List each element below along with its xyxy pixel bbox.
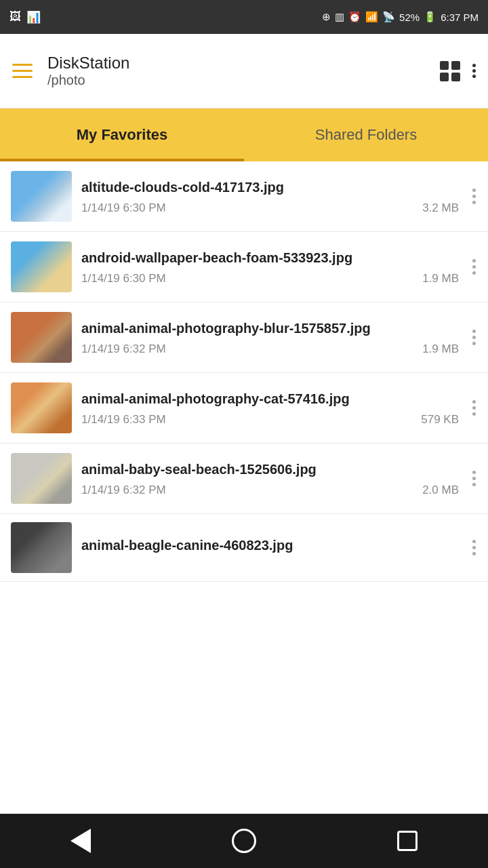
file-info: animal-animal-photography-blur-1575857.j…: [81, 319, 459, 356]
back-button[interactable]: [70, 829, 91, 853]
file-thumbnail: [11, 522, 72, 573]
file-info: animal-baby-seal-beach-1525606.jpg 1/14/…: [81, 460, 459, 497]
file-date: 1/14/19 6:32 PM: [81, 484, 166, 497]
file-thumbnail: [11, 171, 72, 222]
more-options-button[interactable]: [472, 64, 476, 78]
tab-shared-folders[interactable]: Shared Folders: [244, 108, 488, 161]
file-info: altitude-clouds-cold-417173.jpg 1/14/19 …: [81, 178, 459, 215]
file-meta: 1/14/19 6:33 PM 579 KB: [81, 413, 459, 427]
file-info: android-wallpaper-beach-foam-533923.jpg …: [81, 249, 459, 285]
file-menu-button[interactable]: [468, 186, 480, 207]
bottom-nav: [0, 814, 488, 868]
wifi-icon: 📶: [365, 11, 378, 23]
app-title-block: DiskStation /photo: [47, 54, 440, 88]
file-info: animal-animal-photography-cat-57416.jpg …: [81, 390, 459, 427]
file-name: altitude-clouds-cold-417173.jpg: [81, 178, 459, 196]
recents-button[interactable]: [397, 831, 418, 851]
file-size: 579 KB: [421, 413, 459, 427]
file-thumbnail: [11, 312, 72, 363]
signal-icon: 📡: [382, 11, 395, 23]
status-bar: 🖼 📊 ⊕ ▥ ⏰ 📶 📡 52% 🔋 6:37 PM: [0, 0, 488, 34]
file-thumbnail: [11, 382, 72, 433]
status-left-icons: 🖼 📊: [9, 10, 41, 24]
file-meta: 1/14/19 6:32 PM 1.9 MB: [81, 342, 459, 356]
time-display: 6:37 PM: [441, 12, 479, 23]
app-bar: DiskStation /photo: [0, 34, 488, 108]
file-menu-button[interactable]: [468, 537, 480, 558]
file-list: altitude-clouds-cold-417173.jpg 1/14/19 …: [0, 161, 488, 582]
tabs: My Favorites Shared Folders: [0, 108, 488, 161]
file-date: 1/14/19 6:30 PM: [81, 201, 166, 215]
file-date: 1/14/19 6:32 PM: [81, 342, 166, 356]
file-date: 1/14/19 6:33 PM: [81, 413, 166, 427]
app-bar-actions: [440, 61, 476, 81]
file-date: 1/14/19 6:30 PM: [81, 272, 166, 285]
list-item[interactable]: animal-animal-photography-cat-57416.jpg …: [0, 373, 488, 443]
home-button[interactable]: [232, 829, 256, 853]
file-meta: 1/14/19 6:30 PM 1.9 MB: [81, 272, 459, 285]
list-item[interactable]: animal-animal-photography-blur-1575857.j…: [0, 302, 488, 373]
file-menu-button[interactable]: [468, 327, 480, 348]
grid-view-button[interactable]: [440, 61, 460, 81]
file-name: animal-animal-photography-blur-1575857.j…: [81, 319, 459, 337]
tab-my-favorites[interactable]: My Favorites: [0, 108, 244, 161]
file-size: 1.9 MB: [422, 342, 459, 356]
photo-icon: 🖼: [9, 10, 21, 24]
file-name: android-wallpaper-beach-foam-533923.jpg: [81, 249, 459, 267]
file-menu-button[interactable]: [468, 397, 480, 418]
battery-percent: 52%: [399, 12, 420, 23]
alarm-icon: ⏰: [348, 11, 361, 23]
file-name: animal-baby-seal-beach-1525606.jpg: [81, 460, 459, 478]
list-item[interactable]: altitude-clouds-cold-417173.jpg 1/14/19 …: [0, 161, 488, 232]
file-size: 1.9 MB: [422, 272, 459, 285]
list-item[interactable]: animal-baby-seal-beach-1525606.jpg 1/14/…: [0, 443, 488, 514]
file-name: animal-beagle-canine-460823.jpg: [81, 536, 459, 554]
battery-icon: 🔋: [424, 11, 436, 23]
app-title: DiskStation: [47, 54, 440, 73]
app-subtitle: /photo: [47, 73, 440, 88]
file-size: 2.0 MB: [422, 484, 459, 497]
file-menu-button[interactable]: [468, 256, 480, 277]
vibrate-icon: ▥: [335, 11, 344, 23]
status-right-info: ⊕ ▥ ⏰ 📶 📡 52% 🔋 6:37 PM: [322, 11, 479, 23]
list-item[interactable]: animal-beagle-canine-460823.jpg: [0, 514, 488, 582]
file-menu-button[interactable]: [468, 468, 480, 489]
file-meta: 1/14/19 6:30 PM 3.2 MB: [81, 201, 459, 215]
file-name: animal-animal-photography-cat-57416.jpg: [81, 390, 459, 408]
chart-icon: 📊: [26, 10, 41, 24]
file-thumbnail: [11, 241, 72, 292]
file-size: 3.2 MB: [422, 201, 459, 215]
file-meta: 1/14/19 6:32 PM 2.0 MB: [81, 484, 459, 497]
file-info: animal-beagle-canine-460823.jpg: [81, 536, 459, 559]
list-item[interactable]: android-wallpaper-beach-foam-533923.jpg …: [0, 232, 488, 302]
file-thumbnail: [11, 453, 72, 504]
sync-icon: ⊕: [322, 11, 331, 23]
hamburger-button[interactable]: [12, 64, 33, 78]
